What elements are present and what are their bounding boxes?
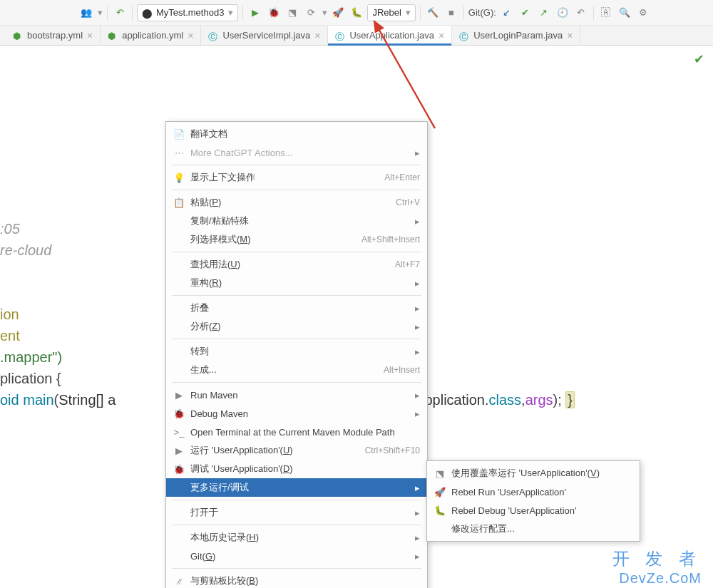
menu-item-label: 修改运行配置...	[447, 522, 632, 535]
main-toolbar: 👥 ▾ ↶ ⬤ MyTest.method3 ▾ ▶ 🐞 ⬔ ⟳ ▾ 🚀 🐛 J…	[0, 0, 713, 26]
tab-bootstrap[interactable]: ⬢bootstrap.yml×	[6, 26, 101, 45]
run-icon: ▶	[172, 445, 186, 456]
java-class-icon: Ⓒ	[335, 31, 345, 41]
menu-item[interactable]: 📋粘贴(P)Ctrl+V	[166, 193, 427, 212]
submenu-arrow-icon: ▸	[410, 483, 420, 493]
menu-item-label: 与剪贴板比较(B)	[186, 574, 420, 587]
run-config-selector[interactable]: ⬤ MyTest.method3 ▾	[137, 4, 238, 21]
terminal-icon: >_	[172, 427, 186, 438]
yml-icon: ⬢	[108, 31, 118, 41]
maven-run-icon: ▶	[172, 390, 186, 401]
users-dropdown[interactable]: ▾	[97, 7, 103, 18]
submenu-arrow-icon: ▸	[410, 148, 420, 158]
menu-item-label: 打开于	[186, 506, 410, 519]
build-icon[interactable]: 🔨	[425, 5, 441, 21]
menu-shortcut: Ctrl+Shift+F10	[365, 445, 420, 455]
settings-icon[interactable]: ⚙	[635, 5, 651, 21]
submenu-arrow-icon: ▸	[410, 278, 420, 289]
coverage-icon: ⬔	[433, 468, 447, 479]
doc-icon: 📄	[172, 129, 186, 140]
menu-item[interactable]: 复制/粘贴特殊▸	[166, 212, 427, 230]
rebel-run-icon[interactable]: 🚀	[330, 5, 346, 21]
profile-icon[interactable]: ⟳	[303, 5, 319, 21]
search-icon[interactable]: 🔍	[617, 5, 632, 21]
menu-item[interactable]: 修改运行配置...	[427, 520, 640, 538]
menu-item-label: Rebel Debug 'UserApplication'	[447, 505, 632, 516]
menu-item[interactable]: 更多运行/调试▸	[166, 478, 427, 497]
menu-item[interactable]: ⫽与剪贴板比较(B)	[166, 572, 427, 588]
undo-icon[interactable]: ↶	[573, 5, 589, 21]
profile-dropdown[interactable]: ▾	[322, 7, 327, 18]
rebel-run-icon: 🚀	[433, 487, 447, 497]
menu-item[interactable]: ▶Run Maven▸	[166, 386, 427, 404]
submenu-arrow-icon: ▸	[410, 321, 420, 332]
close-icon[interactable]: ×	[438, 30, 444, 41]
menu-item-label: Run Maven	[186, 390, 410, 401]
menu-item-label: 列选择模式(M)	[186, 233, 361, 246]
menu-item[interactable]: 生成...Alt+Insert	[166, 361, 427, 379]
menu-item[interactable]: 本地历史记录(H)▸	[166, 528, 427, 547]
menu-item-label: 调试 'UserApplication'(D)	[186, 463, 420, 475]
test-icon: ⬤	[142, 8, 152, 18]
back-icon[interactable]: ↶	[112, 5, 128, 21]
context-submenu: ⬔使用覆盖率运行 'UserApplication'(V)🚀Rebel Run …	[426, 460, 640, 542]
menu-item-label: Debug Maven	[186, 408, 410, 419]
menu-item[interactable]: 查找用法(U)Alt+F7	[166, 255, 427, 274]
close-icon[interactable]: ×	[188, 30, 193, 41]
menu-shortcut: Ctrl+V	[396, 197, 420, 207]
menu-item[interactable]: 分析(Z)▸	[166, 317, 427, 336]
git-push-icon[interactable]: ↗	[536, 5, 552, 21]
menu-item[interactable]: 📄翻译文档	[166, 125, 427, 143]
submenu-arrow-icon: ▸	[410, 408, 420, 419]
menu-item[interactable]: 🐞调试 'UserApplication'(D)	[166, 460, 427, 478]
menu-item-label: 显示上下文操作	[186, 171, 384, 184]
tab-userapplication[interactable]: ⒸUserApplication.java×	[328, 26, 452, 45]
close-icon[interactable]: ×	[87, 30, 93, 41]
menu-item-label: 本地历史记录(H)	[186, 531, 410, 544]
stop-icon[interactable]: ■	[443, 5, 459, 21]
menu-item[interactable]: ⋯More ChatGPT Actions...▸	[166, 143, 427, 162]
menu-item[interactable]: 🚀Rebel Run 'UserApplication'	[427, 483, 640, 501]
menu-item[interactable]: 列选择模式(M)Alt+Shift+Insert	[166, 230, 427, 249]
coverage-icon[interactable]: ⬔	[284, 5, 300, 21]
submenu-arrow-icon: ▸	[410, 390, 420, 401]
watermark: 开 发 者 DevZe.CoM	[612, 549, 702, 587]
menu-item[interactable]: ⬔使用覆盖率运行 'UserApplication'(V)	[427, 464, 640, 483]
menu-item-label: 生成...	[186, 363, 384, 376]
users-icon[interactable]: 👥	[78, 5, 94, 21]
menu-item[interactable]: 重构(R)▸	[166, 274, 427, 292]
close-icon[interactable]: ×	[567, 30, 573, 41]
java-class-icon: Ⓒ	[208, 31, 218, 41]
git-pull-icon[interactable]: ↙	[499, 5, 515, 21]
menu-item[interactable]: 💡显示上下文操作Alt+Enter	[166, 168, 427, 187]
vcs-selector[interactable]: JRebel▾	[367, 4, 415, 21]
menu-item[interactable]: 打开于▸	[166, 503, 427, 522]
debug-icon[interactable]: 🐞	[266, 5, 282, 21]
git-commit-icon[interactable]: ✔	[518, 5, 533, 21]
menu-item-label: 重构(R)	[186, 277, 410, 289]
run-icon[interactable]: ▶	[247, 5, 263, 21]
java-class-icon: Ⓒ	[459, 31, 469, 41]
menu-item[interactable]: ▶运行 'UserApplication'(U)Ctrl+Shift+F10	[166, 441, 427, 460]
tab-userloginparam[interactable]: ⒸUserLoginParam.java×	[452, 26, 580, 45]
git-label: Git(G):	[468, 7, 496, 18]
menu-item-label: 翻译文档	[186, 128, 420, 140]
menu-item-label: 转到	[186, 345, 410, 358]
menu-item[interactable]: 折叠▸	[166, 299, 427, 317]
menu-item[interactable]: 🐛Rebel Debug 'UserApplication'	[427, 501, 640, 520]
menu-item[interactable]: >_Open Terminal at the Current Maven Mod…	[166, 423, 427, 441]
tab-application[interactable]: ⬢application.yml×	[101, 26, 201, 45]
menu-item-label: 查找用法(U)	[186, 258, 395, 271]
rebel-debug-icon[interactable]: 🐛	[349, 5, 364, 21]
menu-item-label: Rebel Run 'UserApplication'	[447, 487, 632, 497]
submenu-arrow-icon: ▸	[410, 507, 420, 518]
menu-item[interactable]: 🐞Debug Maven▸	[166, 404, 427, 423]
menu-item[interactable]: Git(G)▸	[166, 547, 427, 565]
menu-item[interactable]: 转到▸	[166, 342, 427, 361]
git-history-icon[interactable]: 🕘	[555, 5, 570, 21]
translate-icon[interactable]: 🇦	[598, 5, 614, 21]
tab-userservice[interactable]: ⒸUserServiceImpl.java×	[201, 26, 328, 45]
close-icon[interactable]: ×	[314, 30, 320, 41]
maven-debug-icon: 🐞	[172, 408, 186, 419]
submenu-arrow-icon: ▸	[410, 532, 420, 543]
